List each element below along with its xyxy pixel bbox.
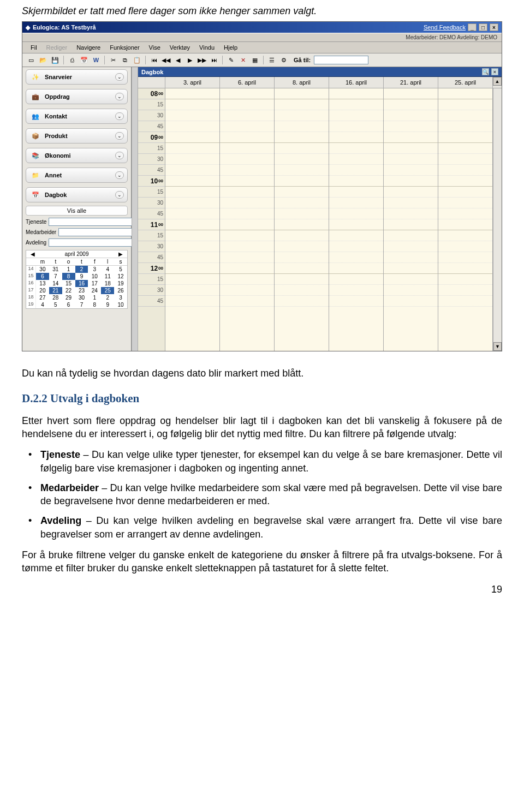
day-column[interactable] bbox=[329, 88, 384, 351]
time-cell[interactable] bbox=[165, 208, 219, 219]
time-cell[interactable] bbox=[165, 154, 219, 165]
time-cell[interactable] bbox=[329, 285, 383, 296]
time-cell[interactable] bbox=[438, 296, 492, 307]
tb-copy-icon[interactable]: ⧉ bbox=[120, 55, 130, 65]
time-cell[interactable] bbox=[220, 88, 274, 99]
cal-day-cell[interactable]: 16 bbox=[75, 280, 88, 287]
cal-prev-icon[interactable]: ◀ bbox=[28, 251, 37, 257]
time-cell[interactable] bbox=[220, 241, 274, 252]
time-cell[interactable] bbox=[384, 230, 438, 241]
time-cell[interactable] bbox=[165, 219, 219, 230]
cal-day-cell[interactable]: 28 bbox=[49, 294, 62, 301]
menu-hjelp[interactable]: Hjelp bbox=[220, 44, 241, 51]
time-cell[interactable] bbox=[275, 263, 329, 274]
time-cell[interactable] bbox=[438, 154, 492, 165]
time-cell[interactable] bbox=[329, 165, 383, 176]
time-cell[interactable] bbox=[275, 121, 329, 132]
tb-fwd-icon[interactable]: ▶ bbox=[184, 55, 195, 65]
close-button[interactable]: × bbox=[490, 23, 498, 31]
menu-navigere[interactable]: Navigere bbox=[73, 44, 104, 51]
vertical-scrollbar[interactable]: ▼ bbox=[493, 88, 502, 351]
menu-verktoy[interactable]: Verktøy bbox=[166, 44, 194, 51]
day-column[interactable] bbox=[438, 88, 493, 351]
time-cell[interactable] bbox=[384, 99, 438, 110]
scroll-down-icon[interactable]: ▼ bbox=[493, 342, 502, 351]
time-cell[interactable] bbox=[384, 165, 438, 176]
tb-last-icon[interactable]: ⏭ bbox=[209, 55, 219, 65]
time-cell[interactable] bbox=[329, 208, 383, 219]
cal-day-cell[interactable]: 9 bbox=[101, 301, 114, 308]
time-cell[interactable] bbox=[329, 132, 383, 143]
time-cell[interactable] bbox=[438, 121, 492, 132]
sidebar-item-oppdrag[interactable]: 💼 Oppdrag ⌄ bbox=[26, 89, 128, 104]
tb-open-icon[interactable]: 📂 bbox=[38, 55, 49, 65]
time-cell[interactable] bbox=[220, 296, 274, 307]
cal-day-cell[interactable]: 18 bbox=[101, 280, 114, 287]
time-cell[interactable] bbox=[329, 143, 383, 154]
maximize-button[interactable]: □ bbox=[479, 23, 487, 31]
tb-word-icon[interactable]: W bbox=[91, 55, 102, 65]
time-cell[interactable] bbox=[329, 274, 383, 285]
day-column[interactable] bbox=[275, 88, 329, 351]
time-cell[interactable] bbox=[329, 176, 383, 187]
scroll-up-icon[interactable]: ▲ bbox=[493, 77, 502, 86]
time-cell[interactable] bbox=[329, 88, 383, 99]
sidebar-item-kontakt[interactable]: 👥 Kontakt ⌄ bbox=[26, 109, 128, 124]
time-cell[interactable] bbox=[438, 110, 492, 121]
time-cell[interactable] bbox=[384, 88, 438, 99]
time-cell[interactable] bbox=[165, 99, 219, 110]
cal-day-cell[interactable]: 3 bbox=[114, 294, 127, 301]
time-cell[interactable] bbox=[329, 219, 383, 230]
time-cell[interactable] bbox=[384, 176, 438, 187]
time-cell[interactable] bbox=[165, 252, 219, 263]
tb-tree-icon[interactable]: ⚙ bbox=[278, 55, 289, 65]
day-column[interactable] bbox=[220, 88, 275, 351]
time-cell[interactable] bbox=[384, 121, 438, 132]
time-cell[interactable] bbox=[384, 110, 438, 121]
time-cell[interactable] bbox=[438, 176, 492, 187]
menu-vise[interactable]: Vise bbox=[145, 44, 164, 51]
time-cell[interactable] bbox=[329, 154, 383, 165]
cal-day-cell[interactable]: 19 bbox=[114, 280, 127, 287]
time-cell[interactable] bbox=[165, 274, 219, 285]
time-cell[interactable] bbox=[275, 154, 329, 165]
chevron-down-icon[interactable]: ⌄ bbox=[115, 191, 124, 199]
splitter-handle[interactable] bbox=[132, 67, 138, 351]
cal-day-cell[interactable]: 8 bbox=[62, 273, 75, 280]
time-cell[interactable] bbox=[275, 165, 329, 176]
time-cell[interactable] bbox=[165, 176, 219, 187]
search-icon[interactable]: 🔍 bbox=[482, 68, 489, 75]
time-cell[interactable] bbox=[220, 198, 274, 208]
menu-fil[interactable]: Fil bbox=[27, 44, 41, 51]
filter-avdeling-input[interactable] bbox=[49, 238, 142, 247]
time-cell[interactable] bbox=[275, 88, 329, 99]
cal-day-cell[interactable]: 15 bbox=[62, 280, 75, 287]
time-cell[interactable] bbox=[165, 241, 219, 252]
time-cell[interactable] bbox=[165, 88, 219, 99]
time-cell[interactable] bbox=[275, 132, 329, 143]
day-column[interactable] bbox=[165, 88, 220, 351]
time-cell[interactable] bbox=[275, 252, 329, 263]
cal-day-cell[interactable]: 8 bbox=[88, 301, 101, 308]
time-cell[interactable] bbox=[384, 296, 438, 307]
cal-day-cell[interactable]: 21 bbox=[49, 287, 62, 294]
tb-list-icon[interactable]: ☰ bbox=[266, 55, 277, 65]
date-header[interactable]: 8. april bbox=[275, 77, 329, 88]
sidebar-item-produkt[interactable]: 📦 Produkt ⌄ bbox=[26, 128, 128, 144]
time-cell[interactable] bbox=[275, 241, 329, 252]
time-cell[interactable] bbox=[165, 132, 219, 143]
cal-day-cell[interactable]: 25 bbox=[101, 287, 114, 294]
chevron-down-icon[interactable]: ⌄ bbox=[115, 152, 124, 159]
tb-next-icon[interactable]: ▶▶ bbox=[196, 55, 207, 65]
time-cell[interactable] bbox=[165, 165, 219, 176]
time-cell[interactable] bbox=[275, 110, 329, 121]
cal-day-cell[interactable]: 14 bbox=[49, 280, 62, 287]
time-cell[interactable] bbox=[329, 187, 383, 198]
time-cell[interactable] bbox=[438, 99, 492, 110]
time-cell[interactable] bbox=[329, 99, 383, 110]
time-cell[interactable] bbox=[220, 187, 274, 198]
cal-day-cell[interactable]: 1 bbox=[62, 266, 75, 273]
time-cell[interactable] bbox=[329, 198, 383, 208]
time-cell[interactable] bbox=[384, 187, 438, 198]
time-cell[interactable] bbox=[275, 176, 329, 187]
